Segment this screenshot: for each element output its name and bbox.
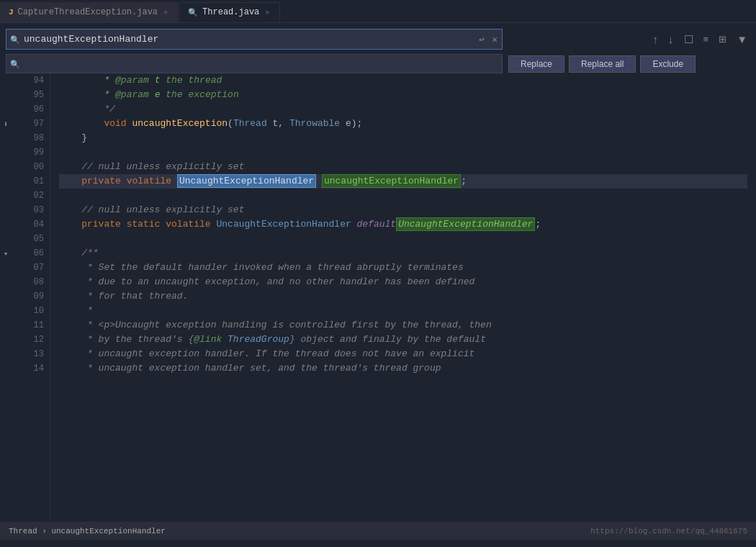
line-row: 03	[0, 203, 50, 217]
line-row: 04	[0, 217, 50, 232]
replace-input[interactable]	[6, 54, 503, 73]
code-line-98: }	[59, 131, 747, 145]
toolbar-right: ↑ ↓ ☐ ≡ ⊞ ▼	[650, 32, 750, 48]
regex-button[interactable]: ⊞	[716, 32, 729, 46]
tab-thread-label: Thread.java	[202, 7, 259, 17]
tab-capture[interactable]: J CaptureThreadException.java ✕	[0, 2, 179, 22]
breadcrumb-text: Thread › uncaughtExceptionHandler	[9, 527, 166, 535]
tab-thread[interactable]: 🔍 Thread.java ✕	[179, 2, 280, 22]
status-breadcrumb: Thread › uncaughtExceptionHandler	[9, 527, 166, 535]
line-row: 13	[0, 347, 50, 361]
exclude-button[interactable]: Exclude	[640, 55, 696, 73]
fold-icon[interactable]: ▾	[0, 249, 12, 258]
search-back-icon[interactable]: ↩	[477, 33, 487, 46]
code-line-107: * Set the default handler invoked when a…	[59, 261, 747, 275]
code-line-97: void uncaughtException(Thread t, Throwab…	[59, 117, 747, 131]
search-left-icon: 🔍	[10, 35, 20, 44]
action-buttons: Replace Replace all Exclude	[508, 55, 696, 73]
tab-bar: J CaptureThreadException.java ✕ 🔍 Thread…	[0, 0, 756, 23]
line-row: 14	[0, 361, 50, 376]
status-url: https://blog.csdn.net/qq_44861675	[590, 527, 747, 535]
line-row: 94	[0, 73, 50, 88]
url-text: https://blog.csdn.net/qq_44861675	[590, 527, 747, 535]
tab-thread-close[interactable]: ✕	[264, 7, 271, 17]
search-area: 🔍 ↩ ✕ ↑ ↓ ☐ ≡ ⊞ ▼ 🔍 Replace Replace all …	[0, 23, 756, 73]
search-tab-icon: 🔍	[188, 8, 198, 17]
line-row: 99	[0, 145, 50, 160]
filter-button[interactable]: ▼	[734, 32, 750, 47]
code-line-105	[59, 232, 747, 246]
search-input-actions: ↩ ✕	[477, 33, 500, 46]
code-line-114: * uncaught exception handler set, and th…	[59, 361, 747, 376]
line-row: 96	[0, 102, 50, 117]
code-content: * @param t the thread * @param e the exc…	[50, 73, 756, 521]
line-row: 95	[0, 88, 50, 102]
line-row: ▾06	[0, 246, 50, 261]
replace-row: 🔍 Replace Replace all Exclude	[6, 54, 750, 73]
line-numbers: 94 95 96 ⬇97 98 99 00 01 02 03 04 05 ▾06…	[0, 73, 50, 376]
code-line-112: * by the thread's {@link ThreadGroup} ob…	[59, 333, 747, 347]
line-row: 11	[0, 318, 50, 333]
line-row: ⬇97	[0, 117, 50, 131]
line-row: 09	[0, 289, 50, 304]
code-line-102	[59, 189, 747, 203]
search-close-icon[interactable]: ✕	[490, 33, 500, 46]
down-arrow-icon: ⬇	[0, 119, 12, 129]
code-line-106: /**	[59, 246, 747, 261]
line-row: 00	[0, 160, 50, 174]
code-line-95: * @param e the exception	[59, 88, 747, 102]
search-box-wrapper: 🔍 ↩ ✕	[6, 29, 503, 50]
code-line-108: * due to an uncaught exception, and no o…	[59, 275, 747, 289]
code-line-110: *	[59, 304, 747, 318]
code-line-111: * <p>Uncaught exception handling is cont…	[59, 318, 747, 333]
code-line-113: * uncaught exception handler. If the thr…	[59, 347, 747, 361]
code-line-101: private volatile UncaughtExceptionHandle…	[59, 174, 747, 189]
line-row: 98	[0, 131, 50, 145]
replace-button[interactable]: Replace	[508, 55, 564, 73]
tab-capture-close[interactable]: ✕	[162, 7, 169, 17]
code-area: 94 95 96 ⬇97 98 99 00 01 02 03 04 05 ▾06…	[0, 73, 756, 521]
status-bar: Thread › uncaughtExceptionHandler https:…	[0, 521, 756, 540]
line-row-highlight: 01	[0, 174, 50, 189]
code-line-109: * for that thread.	[59, 289, 747, 304]
replace-all-button[interactable]: Replace all	[569, 55, 636, 73]
replace-box-wrapper: 🔍	[6, 54, 503, 73]
replace-left-icon: 🔍	[10, 59, 20, 68]
line-row: 12	[0, 333, 50, 347]
line-row: 02	[0, 189, 50, 203]
line-row: 10	[0, 304, 50, 318]
line-row: 07	[0, 261, 50, 275]
search-input[interactable]	[6, 29, 503, 50]
code-line-96: */	[59, 102, 747, 117]
move-down-button[interactable]: ↓	[665, 32, 677, 47]
java-icon: J	[9, 8, 14, 17]
code-line-99	[59, 145, 747, 160]
line-gutter: 94 95 96 ⬇97 98 99 00 01 02 03 04 05 ▾06…	[0, 73, 50, 521]
code-line-100: // null unless explicitly set	[59, 160, 747, 174]
match-case-button[interactable]: ☐	[681, 32, 696, 48]
code-line-94: * @param t the thread	[59, 73, 747, 88]
code-line-103: // null unless explicitly set	[59, 203, 747, 217]
line-row: 08	[0, 275, 50, 289]
move-up-button[interactable]: ↑	[650, 32, 662, 47]
line-row: 05	[0, 232, 50, 246]
code-line-104: private static volatile UncaughtExceptio…	[59, 217, 747, 232]
whole-word-button[interactable]: ≡	[701, 32, 712, 46]
tab-capture-label: CaptureThreadException.java	[18, 7, 158, 17]
search-row: 🔍 ↩ ✕ ↑ ↓ ☐ ≡ ⊞ ▼	[6, 29, 750, 50]
